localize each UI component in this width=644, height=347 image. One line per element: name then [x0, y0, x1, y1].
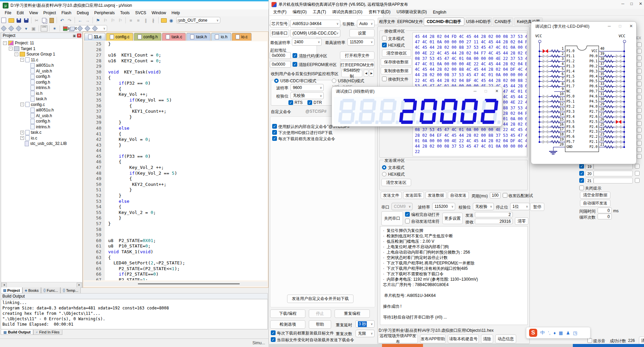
skin-icon[interactable]: ♟	[566, 330, 570, 335]
tree-item-11.c[interactable]: −11.c	[20, 57, 38, 63]
send-file-button[interactable]: 发送文件	[381, 192, 402, 199]
stc-menu-6[interactable]: English	[430, 9, 449, 15]
workspace-tab-func[interactable]: {}Func...	[41, 287, 60, 294]
serial-port-combo2[interactable]: COM9	[391, 203, 412, 210]
cut-icon[interactable]: ✂	[33, 17, 40, 23]
tree-item-task.h[interactable]: task.h	[26, 96, 47, 102]
row-text-field[interactable]	[593, 171, 633, 176]
uv-menu-project[interactable]: Project	[41, 10, 59, 16]
workspace-tab-project[interactable]: ▤Project	[1, 287, 22, 294]
open-program-button[interactable]: 打开程序文件	[340, 51, 375, 60]
row-edge-checkbox[interactable]	[635, 178, 640, 183]
editor-tab-config-h[interactable]: config.h	[134, 33, 161, 41]
stc-menu-3[interactable]: 调试仿真接口(G)	[329, 8, 365, 16]
clear-eeprom-checkbox[interactable]: ✓	[293, 62, 297, 67]
tree-item-intrins.h[interactable]: intrins.h	[26, 85, 50, 90]
row-edge-checkbox[interactable]	[635, 164, 640, 169]
bookmark-next-icon[interactable]: ⚐	[109, 17, 116, 23]
tree-item-config.c[interactable]: −config.c	[20, 102, 45, 107]
workspace-tab-temp[interactable]: {}Temp...	[60, 287, 81, 294]
expand-icon[interactable]: +	[20, 131, 24, 134]
tree-item-task.c[interactable]: +task.c	[20, 130, 41, 135]
edge-checkbox[interactable]	[637, 154, 642, 159]
collapse-icon[interactable]: −	[9, 47, 13, 50]
clear-recv-button[interactable]: 清空接收区	[382, 49, 411, 57]
match-test-checkbox[interactable]	[503, 193, 507, 198]
stc-menu-0[interactable]: 文件(F)	[270, 8, 289, 16]
comment-icon[interactable]: ∥	[142, 17, 149, 23]
rts-checkbox[interactable]: ✓	[288, 100, 293, 105]
pause-button[interactable]: 暂停	[530, 203, 544, 211]
close-icon[interactable]: ✕	[495, 89, 499, 93]
clear-success-button[interactable]: 清	[639, 337, 644, 345]
uv-menu-tools[interactable]: Tools	[118, 10, 133, 16]
rs485-button[interactable]: RS485控制	[341, 70, 362, 77]
settings-button[interactable]: 设置	[349, 29, 375, 37]
row-text-field[interactable]	[593, 178, 633, 183]
diamond-3-icon[interactable]	[92, 25, 98, 31]
editor-tab-io-h[interactable]: io.h	[211, 33, 231, 41]
auto-loop-button[interactable]: 自动循环发送	[580, 200, 610, 207]
open-file-icon[interactable]	[8, 17, 15, 23]
uncomment-icon[interactable]: ∦	[150, 17, 157, 23]
toolbox-icon[interactable]: ◳	[573, 330, 577, 335]
hid-next-checkbox[interactable]: ✓	[272, 130, 277, 135]
download-program-button[interactable]: 下载/编程	[270, 309, 305, 318]
scan-port-button[interactable]: 扫描串口	[270, 29, 289, 37]
rx-count-field[interactable]: 29316	[475, 219, 513, 224]
edge-checkbox[interactable]	[637, 134, 642, 139]
new-file-icon[interactable]	[0, 17, 7, 23]
chinese-mode-icon[interactable]: 中	[540, 330, 545, 336]
bottom-button-4[interactable]: 动态信息	[495, 334, 516, 343]
edge-checkbox[interactable]	[637, 102, 642, 106]
more-settings-button[interactable]: 更多设置	[442, 213, 463, 224]
edge-checkbox[interactable]	[637, 114, 642, 119]
send-enter-button[interactable]: 发送回车	[403, 192, 424, 199]
period-field[interactable]: 100	[490, 192, 501, 198]
recv-text-mode-checkbox[interactable]	[382, 36, 387, 41]
stc-titlebar[interactable]: 单片机在线升级编程仿真调试平台软件 (V6.95D), 远程现场升级APP发布	[269, 0, 644, 9]
edge-checkbox[interactable]	[637, 75, 642, 80]
save-icon[interactable]	[15, 17, 22, 23]
auto-send-button[interactable]: 自动发送	[448, 192, 469, 199]
scroll-left-icon[interactable]: ◄	[1, 283, 7, 288]
project-tree-hscrollbar[interactable]: ◄ ►	[1, 282, 82, 287]
serial-port-combo[interactable]: (COM9) USB-CDC,CDC	[290, 29, 340, 37]
uv-menu-window[interactable]: Window	[149, 10, 169, 16]
mic-icon[interactable]: ♦	[554, 330, 556, 335]
sogou-input-bar[interactable]: S 中 ᾿, ♦ ▦ ♟ ◳	[526, 327, 590, 339]
keyboard-icon[interactable]: ▦	[559, 330, 563, 335]
beep-checkbox[interactable]	[587, 338, 592, 343]
edge-checkbox[interactable]	[637, 49, 642, 53]
maximize-icon[interactable]: □	[485, 89, 487, 93]
spin-right-icon[interactable]: ▶	[369, 70, 374, 77]
tree-item-ai_usb.h[interactable]: AI_usb.h	[26, 113, 52, 118]
undo-icon[interactable]: ↶	[59, 17, 65, 23]
search-term-combo[interactable]: usb_OUT_done	[176, 17, 220, 23]
scroll-right-icon[interactable]: ►	[77, 283, 82, 288]
copy-icon[interactable]	[41, 17, 47, 23]
max-baud-combo[interactable]: 115200	[347, 38, 375, 46]
collapse-icon[interactable]: −	[20, 103, 24, 106]
indent-right-icon[interactable]: ≡	[135, 17, 142, 23]
bookmark-prev-icon[interactable]: ⚐	[102, 17, 109, 23]
expand-icon[interactable]: +	[20, 136, 24, 140]
reload-target-checkbox[interactable]: ✓	[271, 330, 276, 335]
autoload-checkbox[interactable]: ✓	[271, 337, 276, 342]
recv-to-file-checkbox[interactable]	[382, 77, 387, 81]
tree-item-stc_usb_cdc_32.lib[interactable]: stc_usb_cdc_32.LIB	[20, 141, 67, 146]
editor-tab-task-h[interactable]: task.h	[186, 33, 210, 41]
uv-menu-debug[interactable]: Debug	[74, 10, 92, 16]
serial-parity-combo[interactable]: 无校验	[473, 203, 494, 210]
stop-button[interactable]: 停止	[309, 309, 331, 318]
target-options-icon[interactable]: ✶	[51, 25, 58, 31]
auto-open-checkbox[interactable]: ✓	[405, 212, 410, 217]
tree-item-source-group-1[interactable]: −Source Group 1	[15, 51, 55, 57]
chip-model-combo[interactable]: AI8051U-34K64	[290, 20, 340, 28]
seg7-debug-window[interactable]: 调试接口 (8段数码管) ─ □ ✕	[331, 86, 502, 127]
editor-hscrollbar[interactable]	[84, 282, 267, 286]
sogou-logo-icon[interactable]: S	[529, 329, 537, 337]
stc-menu-1[interactable]: 编程(O)	[289, 8, 309, 16]
tree-item-io.c[interactable]: +io.c	[20, 135, 37, 141]
minimize-icon[interactable]: ─	[621, 1, 624, 6]
